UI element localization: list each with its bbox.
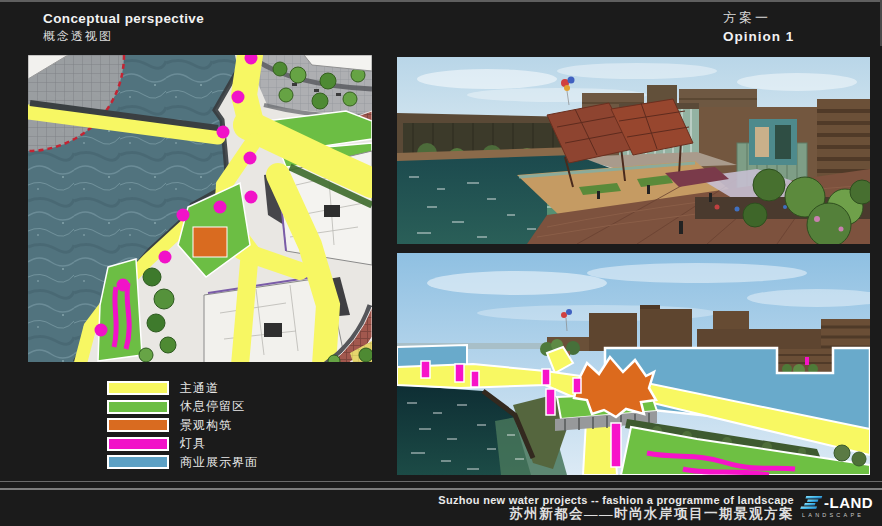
footer-divider-thick — [0, 488, 882, 490]
legend: 主通道 休息停留区 景观构筑 灯具 商业展示界面 — [107, 381, 258, 474]
legend-swatch-lamp — [107, 437, 169, 451]
legend-item-structure: 景观构筑 — [107, 418, 258, 432]
presentation-slide: Conceptual perspective 概念透视图 方案一 Opinion… — [0, 0, 882, 526]
top-divider — [0, 0, 882, 2]
legend-label: 商业展示界面 — [180, 454, 258, 471]
title-chinese: 概念透视图 — [43, 28, 204, 45]
legend-item-rest-area: 休息停留区 — [107, 400, 258, 414]
zland-z-icon — [799, 495, 823, 511]
legend-swatch-rest-area — [107, 400, 169, 414]
option-chinese: 方案一 — [723, 9, 794, 27]
perspective-render-bottom-diagram — [397, 253, 870, 475]
perspective-render-top — [397, 57, 870, 244]
legend-label: 灯具 — [180, 435, 206, 452]
legend-swatch-main-path — [107, 381, 169, 395]
legend-item-lamp: 灯具 — [107, 437, 258, 451]
legend-item-main-path: 主通道 — [107, 381, 258, 395]
footer-project-chinese: 苏州新都会——时尚水岸项目一期景观方案 — [509, 505, 794, 523]
legend-swatch-commercial — [107, 455, 169, 469]
title-english: Conceptual perspective — [43, 11, 204, 26]
zland-logo-name: -LAND — [824, 494, 873, 511]
option-title: 方案一 Opinion 1 — [723, 9, 794, 44]
page-title: Conceptual perspective 概念透视图 — [43, 11, 204, 45]
legend-label: 主通道 — [180, 380, 219, 397]
zland-logo-sub: LANDSCAPE — [802, 512, 879, 518]
footer-divider-thin — [0, 481, 882, 482]
site-plan-image — [28, 55, 372, 372]
legend-swatch-structure — [107, 418, 169, 432]
legend-label: 休息停留区 — [180, 398, 245, 415]
zland-logo: -LAND LANDSCAPE — [799, 494, 879, 518]
legend-label: 景观构筑 — [180, 417, 232, 434]
option-english: Opinion 1 — [723, 29, 794, 44]
legend-item-commercial: 商业展示界面 — [107, 455, 258, 469]
